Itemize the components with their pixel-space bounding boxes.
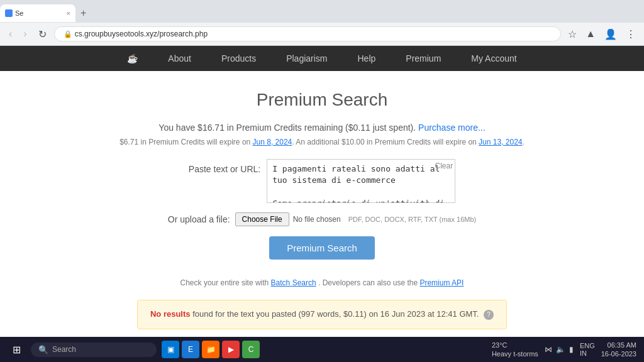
time-display: 06:35 AM <box>601 341 636 348</box>
taskbar-app-icons: ▣ E 📁 ▶ C <box>162 341 487 348</box>
expiry-date-2-link[interactable]: Jun 13, 2024 <box>479 138 522 146</box>
bookmark-button[interactable]: ☆ <box>565 27 580 41</box>
upload-row: Or upload a file: Choose File No file ch… <box>114 212 530 226</box>
taskbar-app-icon-3: 📁 <box>206 345 216 348</box>
nav-myaccount-link[interactable]: My Account <box>456 47 531 70</box>
taskbar-right-section: 23°C Heavy t-storms ⋈ 🔈 ▮ ENG IN 06:35 A… <box>492 341 636 348</box>
paste-textarea-wrap: I pagamenti rateali sono adatti al tuo s… <box>267 159 455 205</box>
result-box: No results found for the text you pasted… <box>137 300 507 329</box>
taskbar-app-1[interactable]: ▣ <box>162 341 179 348</box>
start-button[interactable]: ⊞ <box>8 341 26 348</box>
tab-title: Se <box>15 9 64 17</box>
taskbar-weather: 23°C Heavy t-storms <box>492 341 538 348</box>
search-form: Paste text or URL: I pagamenti rateali s… <box>114 159 530 272</box>
new-tab-button[interactable]: + <box>75 8 91 19</box>
tab-close-icon[interactable]: × <box>67 9 70 17</box>
paste-label: Paste text or URL: <box>189 159 260 174</box>
clear-link[interactable]: Clear <box>435 162 453 170</box>
credit-expiry: $6.71 in Premium Credits will expire on … <box>114 138 530 146</box>
credit-text: You have $16.71 in Premium Credits remai… <box>158 123 416 133</box>
premium-search-button[interactable]: Premium Search <box>269 236 375 260</box>
credit-info: You have $16.71 in Premium Credits remai… <box>114 123 530 133</box>
lang-indicator: ENG IN <box>580 342 595 348</box>
lang-text: ENG <box>580 342 595 348</box>
url-bar[interactable]: 🔒 cs.groupbuyseotools.xyz/prosearch.php <box>54 26 562 41</box>
url-text: cs.groupbuyseotools.xyz/prosearch.php <box>75 30 208 38</box>
no-results-label: No results <box>150 309 191 319</box>
file-types-hint: PDF, DOC, DOCX, RTF, TXT (max 16Mb) <box>348 216 477 223</box>
paste-textarea[interactable]: I pagamenti rateali sono adatti al tuo s… <box>267 159 455 203</box>
back-button[interactable]: ‹ <box>5 27 16 41</box>
nav-home-link[interactable]: ☕ <box>112 47 153 70</box>
taskbar-app-4[interactable]: ▶ <box>222 341 240 348</box>
network-icon: ⋈ <box>545 345 552 348</box>
premium-api-link[interactable]: Premium API <box>419 278 464 287</box>
temperature: 23°C <box>492 341 538 348</box>
developers-text: . Developers can also use the <box>318 278 418 287</box>
nav-products-link[interactable]: Products <box>206 47 271 70</box>
home-icon: ☕ <box>127 53 138 63</box>
check-site-prefix: Check your entire site with <box>180 278 269 287</box>
choose-file-button[interactable]: Choose File <box>235 212 289 226</box>
taskbar-app-2[interactable]: E <box>182 341 199 348</box>
taskbar-app-5[interactable]: C <box>242 341 260 348</box>
taskbar-app-3[interactable]: 📁 <box>202 341 219 348</box>
page-content: ☕ About Products Plagiarism Help Premium… <box>0 46 644 348</box>
taskbar-app-icon-5: C <box>248 345 254 348</box>
info-icon[interactable]: ? <box>484 310 494 320</box>
tab-favicon <box>5 9 13 17</box>
site-nav: ☕ About Products Plagiarism Help Premium… <box>0 46 644 71</box>
taskbar: ⊞ 🔍 Search ▣ E 📁 ▶ C 23°C Heavy t-storms… <box>0 337 644 348</box>
taskbar-app-icon-4: ▶ <box>228 345 234 348</box>
nav-help-link[interactable]: Help <box>343 47 391 70</box>
taskbar-datetime: 06:35 AM 16-06-2023 <box>601 341 636 348</box>
expiry-date-1-link[interactable]: Jun 8, 2024 <box>253 138 292 146</box>
page-title: Premium Search <box>114 90 530 110</box>
batch-search-link[interactable]: Batch Search <box>271 278 316 287</box>
taskbar-search-icon: 🔍 <box>38 345 48 348</box>
reload-button[interactable]: ↻ <box>35 27 50 41</box>
result-text: found for the text you pasted (997 words… <box>192 309 479 319</box>
taskbar-app-icon-2: E <box>188 345 193 348</box>
purchase-more-link[interactable]: Purchase more... <box>418 123 486 133</box>
upload-label: Or upload a file: <box>168 214 230 224</box>
battery-icon: ▮ <box>569 345 574 348</box>
taskbar-search-text: Search <box>52 345 76 348</box>
system-icons: ⋈ 🔈 ▮ <box>545 345 574 348</box>
check-site-text: Check your entire site with Batch Search… <box>114 278 530 287</box>
main-section: Premium Search You have $16.71 in Premiu… <box>102 71 542 348</box>
active-tab[interactable]: Se × <box>0 4 75 22</box>
extensions-button[interactable]: ▲ <box>582 27 599 41</box>
nav-premium-link[interactable]: Premium <box>391 47 456 70</box>
expiry-text: $6.71 in Premium Credits will expire on … <box>119 138 525 146</box>
nav-plagiarism-link[interactable]: Plagiarism <box>271 47 342 70</box>
lock-icon: 🔒 <box>64 30 72 38</box>
volume-icon: 🔈 <box>556 345 565 348</box>
file-name: No file chosen <box>293 215 341 224</box>
taskbar-app-icon-1: ▣ <box>167 345 174 348</box>
profile-button[interactable]: 👤 <box>601 27 620 41</box>
file-input-wrap: Choose File No file chosen PDF, DOC, DOC… <box>235 212 477 226</box>
forward-button[interactable]: › <box>19 27 30 41</box>
nav-about-link[interactable]: About <box>153 47 206 70</box>
menu-button[interactable]: ⋮ <box>623 27 639 41</box>
taskbar-search-box[interactable]: 🔍 Search <box>31 343 157 348</box>
